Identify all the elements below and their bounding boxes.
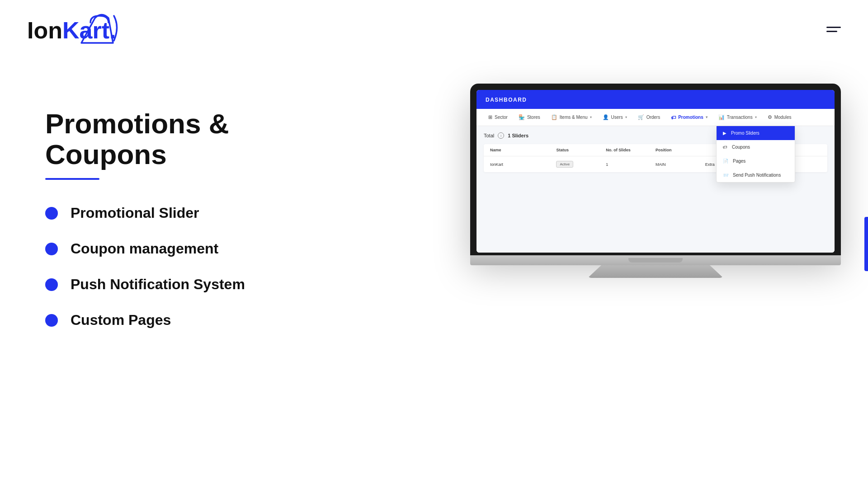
nav-users-label: Users	[611, 115, 623, 120]
dashboard-header: DASHBOARD	[476, 90, 835, 109]
feature-item-coupon-management: Coupon management	[45, 240, 280, 257]
nav-modules[interactable]: ⚙ Modules	[763, 109, 796, 126]
info-icon: i	[498, 132, 504, 139]
status-badge: Active	[556, 161, 573, 168]
dropdown-send-push-label: Send Push Notifications	[733, 173, 781, 178]
col-header-position: Position	[656, 148, 705, 152]
nav-sector-label: Sector	[495, 115, 508, 120]
dropdown-pages[interactable]: 📄 Pages	[717, 154, 795, 168]
modules-icon: ⚙	[768, 114, 772, 120]
right-accent-bar	[864, 217, 868, 271]
feature-label: Push Notification System	[71, 276, 245, 293]
page-header: Ion Kart.	[0, 0, 868, 58]
dashboard-title: DASHBOARD	[486, 97, 527, 103]
nav-promotions[interactable]: 🏷 Promotions ▾	[666, 109, 712, 126]
feature-label: Custom Pages	[71, 312, 171, 328]
laptop-mockup: DASHBOARD ⊞ Sector 🏪 Stores 📋 Items & Me…	[470, 84, 841, 278]
nav-transactions-label: Transactions	[727, 115, 753, 120]
chevron-down-icon: ▾	[706, 115, 708, 119]
feature-item-push-notification: Push Notification System	[45, 276, 280, 293]
items-menu-icon: 📋	[551, 114, 557, 120]
dropdown-send-push[interactable]: 📨 Send Push Notifications	[717, 168, 795, 182]
section-title: Promotions & Coupons	[45, 108, 280, 170]
nav-sector[interactable]: ⊞ Sector	[484, 109, 512, 126]
stores-icon: 🏪	[519, 114, 525, 120]
screen-content: DASHBOARD ⊞ Sector 🏪 Stores 📋 Items & Me…	[476, 90, 835, 253]
transactions-icon: 📊	[718, 114, 725, 120]
feature-label: Promotional Slider	[71, 205, 199, 221]
nav-items-menu-label: Items & Menu	[560, 115, 588, 120]
cell-slides: 1	[606, 162, 656, 167]
dropdown-coupons[interactable]: 🏷 Coupons	[717, 140, 795, 154]
col-header-status: Status	[556, 148, 606, 152]
nav-items-menu[interactable]: 📋 Items & Menu ▾	[547, 109, 596, 126]
hamburger-menu[interactable]	[826, 27, 841, 32]
chevron-down-icon: ▾	[590, 115, 592, 119]
nav-promotions-label: Promotions	[678, 115, 703, 120]
send-push-icon: 📨	[723, 173, 728, 178]
dropdown-promo-sliders[interactable]: ▶ Promo Sliders	[717, 126, 795, 140]
chevron-down-icon: ▾	[625, 115, 627, 119]
nav-stores[interactable]: 🏪 Stores	[514, 109, 545, 126]
feature-dot	[45, 207, 58, 220]
feature-dot	[45, 243, 58, 255]
logo-text: Ion Kart.	[27, 9, 127, 49]
cell-position: MAIN	[656, 162, 705, 167]
feature-item-custom-pages: Custom Pages	[45, 312, 280, 328]
nav-orders[interactable]: 🛒 Orders	[633, 109, 665, 126]
col-header-name: Name	[490, 148, 556, 152]
dropdown-coupons-label: Coupons	[732, 145, 750, 150]
pages-icon: 📄	[723, 159, 728, 164]
feature-dot	[45, 278, 58, 291]
dropdown-pages-label: Pages	[733, 159, 745, 164]
nav-stores-label: Stores	[527, 115, 540, 120]
title-underline	[45, 178, 99, 180]
col-header-slides: No. of Slides	[606, 148, 656, 152]
promo-sliders-icon: ▶	[723, 131, 726, 136]
feature-dot	[45, 314, 58, 327]
dropdown-promo-sliders-label: Promo Sliders	[731, 131, 760, 136]
nav-modules-label: Modules	[774, 115, 792, 120]
sector-icon: ⊞	[488, 114, 492, 120]
total-label: Total	[484, 133, 494, 138]
laptop-frame: DASHBOARD ⊞ Sector 🏪 Stores 📋 Items & Me…	[470, 84, 841, 255]
cell-status: Active	[556, 161, 606, 168]
total-count: 1 Sliders	[508, 133, 528, 138]
nav-orders-label: Orders	[646, 115, 660, 120]
promotions-icon: 🏷	[671, 115, 676, 120]
laptop-stand	[588, 265, 723, 278]
svg-text:Kart.: Kart.	[62, 17, 116, 43]
left-panel: Promotions & Coupons Promotional Slider …	[45, 108, 280, 328]
feature-list: Promotional Slider Coupon management Pus…	[45, 205, 280, 328]
laptop-notch	[628, 258, 683, 263]
svg-text:Ion: Ion	[27, 17, 62, 43]
orders-icon: 🛒	[638, 114, 644, 120]
nav-transactions[interactable]: 📊 Transactions ▾	[714, 109, 761, 126]
cell-name: IonKart	[490, 162, 556, 167]
logo: Ion Kart.	[27, 9, 127, 49]
coupons-icon: 🏷	[723, 145, 727, 150]
feature-item-promotional-slider: Promotional Slider	[45, 205, 280, 221]
laptop-base	[470, 255, 841, 265]
feature-label: Coupon management	[71, 240, 218, 257]
users-icon: 👤	[603, 114, 609, 120]
nav-users[interactable]: 👤 Users ▾	[598, 109, 632, 126]
nav-bar: ⊞ Sector 🏪 Stores 📋 Items & Menu ▾ 👤 Use…	[476, 109, 835, 126]
chevron-down-icon: ▾	[755, 115, 757, 119]
promotions-dropdown: ▶ Promo Sliders 🏷 Coupons 📄 Pages 📨 Send…	[716, 126, 795, 183]
